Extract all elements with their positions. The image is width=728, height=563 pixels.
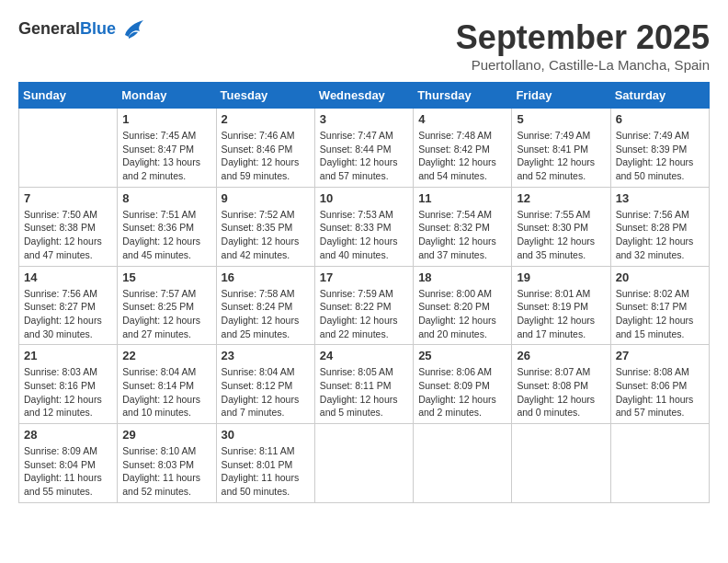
day-number: 10 xyxy=(320,191,408,205)
day-number: 6 xyxy=(616,112,704,126)
day-info: Sunrise: 8:11 AMSunset: 8:01 PMDaylight:… xyxy=(222,444,310,499)
day-info: Sunrise: 7:57 AMSunset: 8:25 PMDaylight:… xyxy=(122,287,210,341)
day-info: Sunrise: 7:47 AMSunset: 8:44 PMDaylight:… xyxy=(320,129,408,183)
calendar-header-monday: Monday xyxy=(118,83,216,109)
day-info: Sunrise: 7:55 AMSunset: 8:30 PMDaylight:… xyxy=(517,208,605,262)
title-block: September 2025 Puertollano, Castille-La … xyxy=(456,18,710,73)
day-info: Sunrise: 8:06 AMSunset: 8:09 PMDaylight:… xyxy=(418,365,506,419)
calendar-cell: 10Sunrise: 7:53 AMSunset: 8:33 PMDayligh… xyxy=(314,187,413,266)
logo-general: General xyxy=(18,19,80,38)
day-info: Sunrise: 7:56 AMSunset: 8:28 PMDaylight:… xyxy=(616,208,704,262)
day-number: 20 xyxy=(616,270,704,284)
calendar-cell: 28Sunrise: 8:09 AMSunset: 8:04 PMDayligh… xyxy=(19,424,118,503)
calendar-cell: 14Sunrise: 7:56 AMSunset: 8:27 PMDayligh… xyxy=(19,266,118,345)
day-info: Sunrise: 8:00 AMSunset: 8:20 PMDaylight:… xyxy=(418,287,506,341)
calendar-cell: 21Sunrise: 8:03 AMSunset: 8:16 PMDayligh… xyxy=(19,345,118,424)
logo-bird-icon xyxy=(119,18,145,39)
calendar-week-row: 21Sunrise: 8:03 AMSunset: 8:16 PMDayligh… xyxy=(19,345,710,424)
calendar-cell: 17Sunrise: 7:59 AMSunset: 8:22 PMDayligh… xyxy=(314,266,413,345)
day-number: 24 xyxy=(320,349,408,362)
calendar-table: SundayMondayTuesdayWednesdayThursdayFrid… xyxy=(18,82,710,503)
logo-blue: Blue xyxy=(80,19,116,38)
calendar-week-row: 1Sunrise: 7:45 AMSunset: 8:47 PMDaylight… xyxy=(19,109,710,188)
day-number: 12 xyxy=(517,191,605,205)
day-info: Sunrise: 8:01 AMSunset: 8:19 PMDaylight:… xyxy=(517,287,605,341)
day-info: Sunrise: 7:49 AMSunset: 8:39 PMDaylight:… xyxy=(616,129,704,183)
day-info: Sunrise: 7:54 AMSunset: 8:32 PMDaylight:… xyxy=(418,208,506,262)
calendar-cell: 26Sunrise: 8:07 AMSunset: 8:08 PMDayligh… xyxy=(512,345,610,424)
day-info: Sunrise: 8:05 AMSunset: 8:11 PMDaylight:… xyxy=(320,365,408,419)
day-number: 26 xyxy=(517,349,605,362)
day-number: 23 xyxy=(222,349,310,362)
day-number: 13 xyxy=(616,191,704,205)
day-number: 27 xyxy=(616,349,704,362)
day-number: 14 xyxy=(24,270,112,284)
calendar-cell xyxy=(314,424,413,503)
day-number: 18 xyxy=(418,270,506,284)
calendar-cell: 3Sunrise: 7:47 AMSunset: 8:44 PMDaylight… xyxy=(314,109,413,188)
calendar-week-row: 28Sunrise: 8:09 AMSunset: 8:04 PMDayligh… xyxy=(19,424,710,503)
day-info: Sunrise: 7:59 AMSunset: 8:22 PMDaylight:… xyxy=(320,287,408,341)
calendar-header-tuesday: Tuesday xyxy=(216,83,314,109)
calendar-week-row: 14Sunrise: 7:56 AMSunset: 8:27 PMDayligh… xyxy=(19,266,710,345)
day-info: Sunrise: 8:09 AMSunset: 8:04 PMDaylight:… xyxy=(24,444,112,499)
day-info: Sunrise: 7:50 AMSunset: 8:38 PMDaylight:… xyxy=(24,208,112,262)
month-title: September 2025 xyxy=(456,18,710,57)
calendar-cell: 2Sunrise: 7:46 AMSunset: 8:46 PMDaylight… xyxy=(216,109,314,188)
day-info: Sunrise: 8:10 AMSunset: 8:03 PMDaylight:… xyxy=(122,444,210,499)
calendar-cell: 8Sunrise: 7:51 AMSunset: 8:36 PMDaylight… xyxy=(118,187,216,266)
calendar-cell: 5Sunrise: 7:49 AMSunset: 8:41 PMDaylight… xyxy=(512,109,610,188)
day-info: Sunrise: 7:46 AMSunset: 8:46 PMDaylight:… xyxy=(222,129,310,183)
calendar-header-thursday: Thursday xyxy=(414,83,512,109)
day-info: Sunrise: 7:45 AMSunset: 8:47 PMDaylight:… xyxy=(122,129,210,183)
location-subtitle: Puertollano, Castille-La Mancha, Spain xyxy=(456,57,710,73)
calendar-cell: 16Sunrise: 7:58 AMSunset: 8:24 PMDayligh… xyxy=(216,266,314,345)
calendar-cell: 9Sunrise: 7:52 AMSunset: 8:35 PMDaylight… xyxy=(216,187,314,266)
calendar-header-row: SundayMondayTuesdayWednesdayThursdayFrid… xyxy=(19,83,710,109)
day-number: 25 xyxy=(418,349,506,362)
day-number: 22 xyxy=(122,349,210,362)
calendar-cell xyxy=(610,424,709,503)
calendar-cell: 23Sunrise: 8:04 AMSunset: 8:12 PMDayligh… xyxy=(216,345,314,424)
day-info: Sunrise: 7:52 AMSunset: 8:35 PMDaylight:… xyxy=(222,208,310,262)
calendar-header-sunday: Sunday xyxy=(19,83,118,109)
day-info: Sunrise: 8:04 AMSunset: 8:12 PMDaylight:… xyxy=(222,365,310,419)
calendar-cell: 4Sunrise: 7:48 AMSunset: 8:42 PMDaylight… xyxy=(414,109,512,188)
calendar-cell: 19Sunrise: 8:01 AMSunset: 8:19 PMDayligh… xyxy=(512,266,610,345)
calendar-cell: 18Sunrise: 8:00 AMSunset: 8:20 PMDayligh… xyxy=(414,266,512,345)
day-number: 30 xyxy=(222,428,310,442)
day-number: 3 xyxy=(320,112,408,126)
day-number: 21 xyxy=(24,349,112,362)
header: GeneralBlue September 2025 Puertollano, … xyxy=(18,18,710,73)
day-number: 15 xyxy=(122,270,210,284)
day-info: Sunrise: 7:53 AMSunset: 8:33 PMDaylight:… xyxy=(320,208,408,262)
calendar-cell: 6Sunrise: 7:49 AMSunset: 8:39 PMDaylight… xyxy=(610,109,709,188)
day-number: 4 xyxy=(418,112,506,126)
calendar-cell xyxy=(414,424,512,503)
day-number: 11 xyxy=(418,191,506,205)
calendar-cell: 30Sunrise: 8:11 AMSunset: 8:01 PMDayligh… xyxy=(216,424,314,503)
calendar-cell: 20Sunrise: 8:02 AMSunset: 8:17 PMDayligh… xyxy=(610,266,709,345)
calendar-cell: 15Sunrise: 7:57 AMSunset: 8:25 PMDayligh… xyxy=(118,266,216,345)
calendar-cell: 25Sunrise: 8:06 AMSunset: 8:09 PMDayligh… xyxy=(414,345,512,424)
calendar-cell: 29Sunrise: 8:10 AMSunset: 8:03 PMDayligh… xyxy=(118,424,216,503)
day-info: Sunrise: 7:48 AMSunset: 8:42 PMDaylight:… xyxy=(418,129,506,183)
day-number: 28 xyxy=(24,428,112,442)
day-info: Sunrise: 7:49 AMSunset: 8:41 PMDaylight:… xyxy=(517,129,605,183)
calendar-week-row: 7Sunrise: 7:50 AMSunset: 8:38 PMDaylight… xyxy=(19,187,710,266)
calendar-cell: 27Sunrise: 8:08 AMSunset: 8:06 PMDayligh… xyxy=(610,345,709,424)
day-info: Sunrise: 8:02 AMSunset: 8:17 PMDaylight:… xyxy=(616,287,704,341)
day-info: Sunrise: 8:04 AMSunset: 8:14 PMDaylight:… xyxy=(122,365,210,419)
day-number: 8 xyxy=(122,191,210,205)
day-number: 7 xyxy=(24,191,112,205)
day-info: Sunrise: 7:58 AMSunset: 8:24 PMDaylight:… xyxy=(222,287,310,341)
day-number: 16 xyxy=(222,270,310,284)
calendar-cell xyxy=(19,109,118,188)
day-number: 29 xyxy=(122,428,210,442)
day-number: 1 xyxy=(122,112,210,126)
day-info: Sunrise: 7:51 AMSunset: 8:36 PMDaylight:… xyxy=(122,208,210,262)
day-info: Sunrise: 8:07 AMSunset: 8:08 PMDaylight:… xyxy=(517,365,605,419)
day-number: 2 xyxy=(222,112,310,126)
calendar-cell: 13Sunrise: 7:56 AMSunset: 8:28 PMDayligh… xyxy=(610,187,709,266)
calendar-cell xyxy=(512,424,610,503)
